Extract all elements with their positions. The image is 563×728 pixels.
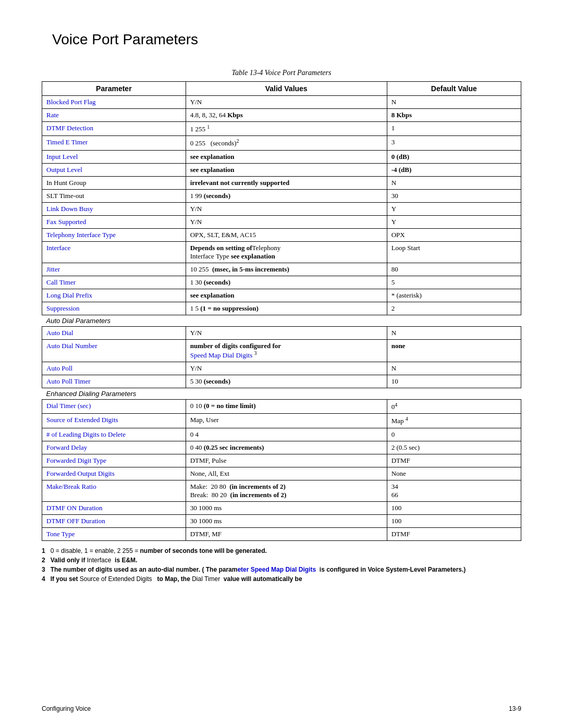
table-row: Forwarded Output DigitsNone, All, ExtNon… [42,467,521,480]
default-cell: N [387,96,521,109]
valid-cell: 30 1000 ms [186,501,387,514]
param-cell: Telephony Interface Type [42,228,186,241]
valid-cell: Y/N [186,215,387,228]
table-row: SLT Time-out1 99 (seconds)30 [42,189,521,202]
valid-cell: 0 40 (0.25 sec increments) [186,441,387,454]
param-cell: Output Level [42,163,186,176]
table-row: Make/Break RatioMake: 20 80 (in incremen… [42,480,521,501]
valid-cell: see explanation [186,150,387,163]
param-cell: Link Down Busy [42,202,186,215]
valid-cell: 0 4 [186,428,387,441]
valid-cell: DTMF, Pulse [186,454,387,467]
table-row: Tone TypeDTMF, MFDTMF [42,527,521,540]
table-row: In Hunt Groupirrelevant not currently su… [42,176,521,189]
page-title: Voice Port Parameters [52,31,521,48]
param-cell: In Hunt Group [42,176,186,189]
default-cell: * (asterisk) [387,289,521,302]
default-cell: Y [387,202,521,215]
default-cell: 5 [387,276,521,289]
footer-right: 13-9 [509,705,521,712]
column-header-parameter: Parameter [42,82,186,96]
default-cell: None [387,467,521,480]
default-cell: 2 [387,302,521,315]
default-cell: 100 [387,514,521,527]
footnotes-section: 1 0 = disable, 1 = enable, 2 255 = numbe… [42,547,521,583]
footer-left: Configuring Voice [42,705,91,712]
valid-cell: Make: 20 80 (in increments of 2)Break: 8… [186,480,387,501]
default-cell: N [387,176,521,189]
table-row: Fax SupportedY/NY [42,215,521,228]
footnote-2: 2 Valid only if Interface is E&M. [42,557,521,564]
default-cell: Map 4 [387,414,521,428]
param-cell: Auto Dial [42,326,186,339]
valid-cell: 1 99 (seconds) [186,189,387,202]
default-cell: 8 Kbps [387,109,521,122]
column-header-valid-values: Valid Values [186,82,387,96]
param-cell: Jitter [42,263,186,276]
valid-cell: 10 255 (msec, in 5-ms increments) [186,263,387,276]
param-cell: Tone Type [42,527,186,540]
table-row: Input Levelsee explanation0 (dB) [42,150,521,163]
valid-cell: 0 255 (seconds)2 [186,136,387,150]
param-cell: SLT Time-out [42,189,186,202]
voice-port-parameters-table: Parameter Valid Values Default Value Blo… [42,81,521,541]
valid-cell: DTMF, MF [186,527,387,540]
column-header-default-value: Default Value [387,82,521,96]
valid-cell: Y/N [186,96,387,109]
param-cell: Auto Dial Number [42,339,186,362]
valid-cell: 5 30 (seconds) [186,375,387,388]
default-cell: OPX [387,228,521,241]
valid-cell: Y/N [186,202,387,215]
table-row: Blocked Port FlagY/NN [42,96,521,109]
table-row: # of Leading Digits to Delete0 40 [42,428,521,441]
table-row: Call Timer1 30 (seconds)5 [42,276,521,289]
default-cell: 3 [387,136,521,150]
valid-cell: number of digits configured forSpeed Map… [186,339,387,362]
table-caption: Table 13-4 Voice Port Parameters [42,69,521,77]
default-cell: 2 (0.5 sec) [387,441,521,454]
param-cell: Source of Extended Digits [42,414,186,428]
footnote-3: 3 The number of digits used as an auto-d… [42,566,521,573]
param-cell: Auto Poll [42,362,186,375]
default-cell: N [387,326,521,339]
table-row: InterfaceDepends on setting ofTelephonyI… [42,241,521,263]
valid-cell: Y/N [186,362,387,375]
param-cell: Call Timer [42,276,186,289]
param-cell: # of Leading Digits to Delete [42,428,186,441]
valid-cell: Y/N [186,326,387,339]
param-cell: Suppression [42,302,186,315]
section-row: Enhanced Dialing Parameters [42,388,521,399]
param-cell: Timed E Timer [42,136,186,150]
table-row: DTMF ON Duration30 1000 ms100 [42,501,521,514]
valid-cell: None, All, Ext [186,467,387,480]
param-cell: Make/Break Ratio [42,480,186,501]
table-row: Jitter10 255 (msec, in 5-ms increments)8… [42,263,521,276]
param-cell: DTMF OFF Duration [42,514,186,527]
table-row: Timed E Timer0 255 (seconds)23 [42,136,521,150]
valid-cell: Depends on setting ofTelephonyInterface … [186,241,387,263]
valid-cell: 1 5 (1 = no suppression) [186,302,387,315]
param-cell: Long Dial Prefix [42,289,186,302]
param-cell: Forward Delay [42,441,186,454]
default-cell: DTMF [387,454,521,467]
valid-cell: 30 1000 ms [186,514,387,527]
param-cell: Dial Timer (sec) [42,399,186,413]
table-row: Rate4.8, 8, 32, 64 Kbps8 Kbps [42,109,521,122]
default-cell: 0 (dB) [387,150,521,163]
valid-cell: irrelevant not currently supported [186,176,387,189]
table-row: Forwarded Digit TypeDTMF, PulseDTMF [42,454,521,467]
default-cell: 1 [387,122,521,136]
table-row: Source of Extended DigitsMap, UserMap 4 [42,414,521,428]
default-cell: 04 [387,399,521,413]
param-cell: Blocked Port Flag [42,96,186,109]
param-cell: DTMF ON Duration [42,501,186,514]
default-cell: 0 [387,428,521,441]
param-cell: Auto Poll Timer [42,375,186,388]
table-row: Auto DialY/NN [42,326,521,339]
valid-cell: Map, User [186,414,387,428]
valid-cell: 1 30 (seconds) [186,276,387,289]
default-cell: N [387,362,521,375]
default-cell: none [387,339,521,362]
table-row: Auto PollY/NN [42,362,521,375]
table-row: Forward Delay0 40 (0.25 sec increments)2… [42,441,521,454]
